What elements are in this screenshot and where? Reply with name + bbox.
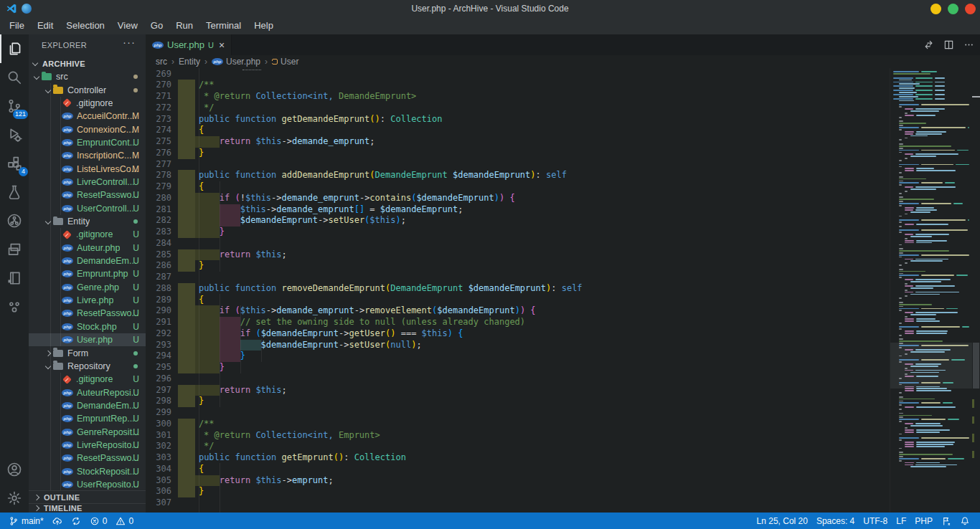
- code-line-284[interactable]: 284: [146, 238, 890, 249]
- code-line-274[interactable]: 274 {: [146, 125, 890, 136]
- tab-user-php[interactable]: php User.php U ×: [146, 34, 232, 55]
- breadcrumb-item-entity[interactable]: Entity: [179, 57, 200, 67]
- tree-folder-src[interactable]: src: [29, 70, 146, 83]
- code-line-303[interactable]: 303 public function getEmprunt(): Collec…: [146, 452, 890, 464]
- tree-file-livre-php[interactable]: phpLivre.phpU: [29, 294, 146, 307]
- scrollbar[interactable]: [972, 68, 980, 513]
- code-line-295[interactable]: 295 }: [146, 362, 890, 373]
- status-feedback[interactable]: [937, 513, 956, 529]
- code-line-288[interactable]: 288 public function removeDemandeEmprunt…: [146, 283, 890, 295]
- activity-organization-icon[interactable]: [0, 292, 29, 321]
- status-language-mode[interactable]: PHP: [910, 513, 937, 529]
- menu-selection[interactable]: Selection: [60, 17, 110, 34]
- tree-file-genre-php[interactable]: phpGenre.phpU: [29, 281, 146, 294]
- status-encoding[interactable]: UTF-8: [859, 513, 892, 529]
- code-line-299[interactable]: 299: [146, 407, 890, 419]
- code-line-298[interactable]: 298 }: [146, 396, 890, 407]
- tree-folder-controller[interactable]: Controller: [29, 83, 146, 96]
- code-line-287[interactable]: 287: [146, 272, 890, 283]
- status-eol[interactable]: LF: [892, 513, 910, 529]
- code-line-277[interactable]: 277: [146, 159, 890, 171]
- code-line-294[interactable]: 294 }: [146, 351, 890, 362]
- tree-file-accueilcontr-[interactable]: phpAccueilContr...M: [29, 110, 146, 123]
- outline-section[interactable]: OUTLINE: [29, 490, 146, 503]
- tree-file-usercontroll-[interactable]: phpUserControll...U: [29, 202, 146, 215]
- code-line-305[interactable]: 305 return $this->emprunt;: [146, 475, 890, 487]
- minimap[interactable]: [890, 68, 972, 513]
- activity-remote-explorer-icon[interactable]: [0, 235, 29, 264]
- status-sync-status[interactable]: [67, 513, 85, 529]
- breadcrumb-item-src[interactable]: src: [156, 57, 167, 67]
- code-line-269[interactable]: 269: [146, 69, 890, 80]
- code-line-302[interactable]: 302 */: [146, 441, 890, 452]
- minimize-button[interactable]: [930, 4, 941, 14]
- activity-testing-icon[interactable]: [0, 178, 29, 206]
- status-indentation[interactable]: Spaces: 4: [812, 513, 859, 529]
- maximize-button[interactable]: [948, 4, 958, 14]
- tree-file--gitignore[interactable]: .gitignoreU: [29, 373, 146, 386]
- menu-view[interactable]: View: [111, 17, 144, 34]
- activity-notebook-icon[interactable]: [0, 264, 29, 292]
- menu-file[interactable]: File: [3, 17, 31, 34]
- scrollbar-thumb[interactable]: [973, 343, 979, 389]
- status-notifications[interactable]: [956, 513, 974, 529]
- code-line-282[interactable]: 282 $demandeEmprunt->setUser($this);: [146, 215, 890, 227]
- menu-edit[interactable]: Edit: [31, 17, 60, 34]
- tree-file--gitignore[interactable]: .gitignoreU: [29, 228, 146, 241]
- code-line-286[interactable]: 286 }: [146, 260, 890, 272]
- activity-search-icon[interactable]: [0, 63, 29, 92]
- close-icon[interactable]: ×: [219, 40, 225, 50]
- tree-file-listelivresco-[interactable]: phpListeLivresCo...M: [29, 162, 146, 175]
- tree-file-resetpasswo-[interactable]: phpResetPasswo...U: [29, 452, 146, 464]
- code-line-307[interactable]: 307: [146, 497, 890, 509]
- open-changes-icon[interactable]: [923, 39, 934, 50]
- activity-settings-icon[interactable]: [0, 484, 29, 513]
- tree-file-auteurreposi-[interactable]: phpAuteurReposi...U: [29, 386, 146, 399]
- more-actions-icon[interactable]: [963, 39, 974, 50]
- editor[interactable]: 269270 /**271 * @return Collection<int, …: [146, 68, 890, 513]
- code-line-276[interactable]: 276 }: [146, 148, 890, 159]
- code-line-293[interactable]: 293 $demandeEmprunt->setUser(null);: [146, 340, 890, 351]
- breadcrumb-item-user-php[interactable]: phpUser.php: [212, 57, 260, 67]
- tree-file-resetpasswo-[interactable]: phpResetPasswo...U: [29, 189, 146, 201]
- code-line-296[interactable]: 296: [146, 373, 890, 385]
- code-line-270[interactable]: 270 /**: [146, 80, 890, 91]
- code-line-292[interactable]: 292 if ($demandeEmprunt->getUser() === $…: [146, 328, 890, 340]
- status-warnings[interactable]: 0: [111, 513, 138, 529]
- tree-file-livrereposito-[interactable]: phpLivreReposito...U: [29, 439, 146, 452]
- code-line-285[interactable]: 285 return $this;: [146, 249, 890, 261]
- activity-extensions-icon[interactable]: 4: [0, 149, 29, 178]
- tree-file-empruntcont-[interactable]: phpEmpruntCont...U: [29, 136, 146, 149]
- status-publish-changes[interactable]: [48, 513, 67, 529]
- timeline-section[interactable]: TIMELINE: [29, 503, 146, 513]
- tree-file-auteur-php[interactable]: phpAuteur.phpU: [29, 242, 146, 254]
- activity-git-graph-icon[interactable]: [0, 206, 29, 235]
- code-line-289[interactable]: 289 {: [146, 295, 890, 306]
- tree-file-demandeem-[interactable]: phpDemandeEm...U: [29, 399, 146, 412]
- code-line-281[interactable]: 281 $this->demande_emprunt[] = $demandeE…: [146, 204, 890, 216]
- breadcrumb-item-user[interactable]: User: [272, 57, 298, 67]
- menu-help[interactable]: Help: [248, 17, 280, 34]
- tree-folder-entity[interactable]: Entity: [29, 215, 146, 228]
- activity-explorer-icon[interactable]: [0, 34, 29, 63]
- code-line-297[interactable]: 297 return $this;: [146, 385, 890, 396]
- menu-go[interactable]: Go: [144, 17, 169, 34]
- code-line-301[interactable]: 301 * @return Collection<int, Emprunt>: [146, 430, 890, 442]
- tree-file-user-php[interactable]: phpUser.phpU: [29, 333, 146, 346]
- tree-file-resetpasswo-[interactable]: phpResetPasswo...U: [29, 307, 146, 320]
- code-line-306[interactable]: 306 }: [146, 486, 890, 497]
- tree-file-userreposito-[interactable]: phpUserReposito...U: [29, 478, 146, 491]
- code-line-304[interactable]: 304 {: [146, 464, 890, 475]
- code-line-271[interactable]: 271 * @return Collection<int, DemandeEmp…: [146, 91, 890, 103]
- tree-file-empruntrep-[interactable]: phpEmpruntRep...U: [29, 412, 146, 425]
- code-line-273[interactable]: 273 public function getDemandeEmprunt():…: [146, 114, 890, 125]
- tree-file-inscriptionc-[interactable]: phpInscriptionC...M: [29, 149, 146, 162]
- code-line-290[interactable]: 290 if ($this->demande_emprunt->removeEl…: [146, 305, 890, 317]
- code-line-283[interactable]: 283 }: [146, 227, 890, 238]
- tree-folder-form[interactable]: Form: [29, 346, 146, 359]
- code-line-280[interactable]: 280 if (!$this->demande_emprunt->contain…: [146, 193, 890, 204]
- code-line-275[interactable]: 275 return $this->demande_emprunt;: [146, 136, 890, 148]
- status-git-branch[interactable]: main*: [4, 513, 48, 529]
- menu-run[interactable]: Run: [169, 17, 199, 34]
- close-window-button[interactable]: [965, 4, 976, 14]
